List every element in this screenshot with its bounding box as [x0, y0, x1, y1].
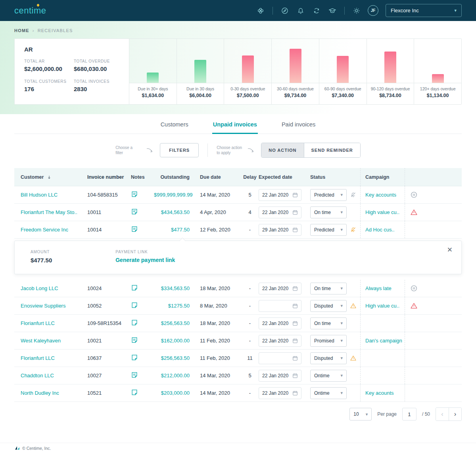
bell-muted-orange-icon[interactable] — [350, 227, 356, 233]
sync-icon[interactable] — [313, 7, 321, 15]
next-page-button[interactable]: › — [449, 408, 461, 421]
invoice-table-row[interactable]: West Kaleyhaven 10021 $162,000.00 11 Feb… — [14, 332, 462, 350]
status-dropdown[interactable]: On time ▾ — [310, 206, 347, 218]
expected-date-input[interactable]: 22 Jan 2020 — [259, 317, 301, 329]
customer-name-link[interactable]: Jacob Long LLC — [21, 285, 87, 291]
expected-date-input[interactable]: 22 Jan 2020 — [259, 335, 301, 347]
invoice-table-row[interactable]: Enosview Suppliers 10052 $1275.50 8 Mar,… — [14, 297, 462, 315]
status-dropdown[interactable]: On time ▾ — [310, 317, 347, 329]
expected-date-input[interactable]: 22 Jan 2020 — [259, 387, 301, 399]
customer-name-link[interactable]: West Kaleyhaven — [21, 338, 87, 344]
customer-name-link[interactable]: Florianfurt The May Sto.. — [21, 209, 87, 215]
status-dropdown[interactable]: Disputed ▾ — [310, 352, 347, 364]
calendar-icon[interactable] — [292, 390, 298, 396]
campaign-cell[interactable] — [360, 367, 405, 384]
customer-name-link[interactable]: Freedom Service Inc — [21, 227, 87, 233]
aging-bucket[interactable]: 30-60 days overdue $9,734.00 — [271, 39, 319, 104]
campaign-cell[interactable]: Key accounts — [360, 186, 405, 203]
invoice-table-row[interactable]: Jacob Long LLC 10024 $334,563.50 18 Mar,… — [14, 280, 462, 297]
campaign-cell[interactable]: Key acounts — [360, 384, 405, 401]
invoice-table-row[interactable]: Chaddton LLC 10027 $212,000.00 14 Mar, 2… — [14, 367, 462, 384]
status-dropdown[interactable]: On time ▾ — [310, 283, 347, 294]
compass-icon[interactable] — [281, 7, 289, 15]
customer-name-link[interactable]: Bill Hudson LLC — [21, 192, 87, 198]
calendar-icon[interactable] — [292, 192, 298, 198]
note-icon[interactable] — [131, 354, 138, 361]
customer-name-link[interactable]: Florianfurt LLC — [21, 355, 87, 361]
centime-logo[interactable]: centime — [14, 6, 46, 16]
action-no-action[interactable]: NO ACTION — [261, 143, 303, 157]
calendar-icon[interactable] — [292, 356, 298, 361]
note-icon[interactable] — [131, 208, 138, 215]
action-send-reminder[interactable]: SEND REMINDER — [304, 143, 360, 157]
aging-bucket[interactable]: 60-90 days overdue $7,340.00 — [319, 39, 367, 104]
invoice-table-row[interactable]: Florianfurt The May Sto.. 10011 $434,563… — [14, 204, 462, 221]
note-icon[interactable] — [131, 302, 138, 309]
customer-name-link[interactable]: Enosview Suppliers — [21, 303, 87, 309]
warning-red-icon[interactable] — [411, 209, 417, 216]
note-icon[interactable] — [131, 284, 138, 291]
gear-icon[interactable] — [353, 7, 361, 15]
pause-circle-icon[interactable] — [411, 285, 417, 292]
aging-bucket[interactable]: 120+ days overdue $1,134.00 — [414, 39, 461, 104]
customer-name-link[interactable]: North Dudley Inc — [21, 390, 87, 396]
aging-bucket[interactable]: Due in 30+ days $1,634.00 — [129, 39, 177, 104]
tab-unpaid-invoices[interactable]: Unpaid invoices — [212, 117, 258, 134]
note-icon[interactable] — [131, 319, 138, 326]
campaign-cell[interactable]: Dan's campaign — [360, 332, 405, 349]
note-icon[interactable] — [131, 191, 138, 198]
aging-bucket[interactable]: 90-120 days overdue $8,734.00 — [367, 39, 414, 104]
graduation-cap-icon[interactable] — [328, 7, 336, 15]
campaign-cell[interactable] — [360, 315, 405, 332]
note-icon[interactable] — [131, 336, 138, 344]
per-page-select[interactable]: 10 ▾ — [349, 408, 372, 421]
breadcrumb-home[interactable]: HOME — [14, 28, 29, 33]
warning-red-icon[interactable] — [411, 302, 417, 309]
tab-customers[interactable]: Customers — [160, 117, 189, 134]
note-icon[interactable] — [131, 389, 138, 396]
status-dropdown[interactable]: Predicted ▾ — [310, 189, 347, 201]
bell-muted-gray-icon[interactable] — [350, 192, 356, 198]
campaign-cell[interactable]: Always late — [360, 280, 405, 297]
customer-name-link[interactable]: Chaddton LLC — [21, 373, 87, 378]
invoice-table-row[interactable]: Bill Hudson LLC 104-5858315 $999,999,999… — [14, 186, 462, 204]
campaign-cell[interactable] — [360, 350, 405, 367]
filters-button[interactable]: FILTERS — [160, 143, 199, 157]
column-header-customer[interactable]: Customer — [21, 174, 87, 180]
company-selector[interactable]: Flexcore Inc ▾ — [386, 4, 462, 17]
sort-icon[interactable] — [46, 174, 52, 180]
invoice-table-row[interactable]: North Dudley Inc 10521 $203,000.00 14 Ma… — [14, 384, 462, 402]
bell-icon[interactable] — [297, 7, 305, 15]
pause-circle-icon[interactable] — [411, 191, 417, 198]
status-dropdown[interactable]: Disputed ▾ — [310, 300, 347, 312]
invoice-table-row[interactable]: Freedom Service Inc 10014 $477.50 12 Feb… — [14, 221, 462, 239]
page-number-input[interactable]: 1 — [402, 408, 416, 421]
calendar-icon[interactable] — [292, 227, 298, 233]
calendar-icon[interactable] — [292, 373, 298, 378]
user-avatar[interactable]: JF — [368, 5, 378, 16]
invoice-table-row[interactable]: Florianfurt LLC 10637 $256,563.50 11 Feb… — [14, 350, 462, 367]
calendar-icon[interactable] — [292, 303, 298, 309]
warning-amber-icon[interactable] — [350, 355, 356, 361]
aging-bucket[interactable]: 0-30 days overdue $7,500.00 — [224, 39, 271, 104]
status-dropdown[interactable]: Predicted ▾ — [310, 224, 347, 236]
expected-date-input[interactable]: 29 Jan 2020 — [259, 224, 301, 236]
flower-apps-icon[interactable] — [257, 7, 265, 15]
note-icon[interactable] — [131, 226, 138, 233]
expected-date-input[interactable]: 22 Jan 2020 — [259, 189, 301, 201]
warning-amber-icon[interactable] — [350, 303, 356, 309]
tab-paid-invoices[interactable]: Paid invoices — [281, 117, 316, 134]
generate-payment-link[interactable]: Generate payment link — [115, 257, 175, 263]
calendar-icon[interactable] — [292, 210, 298, 215]
campaign-cell[interactable]: High value cu.. — [360, 204, 405, 221]
status-dropdown[interactable]: Ontime ▾ — [310, 387, 347, 399]
customer-name-link[interactable]: Florianfurt LLC — [21, 320, 87, 326]
calendar-icon[interactable] — [292, 286, 298, 291]
expected-date-input[interactable]: 22 Jan 2020 — [259, 370, 301, 382]
calendar-icon[interactable] — [292, 338, 298, 344]
expected-date-input[interactable] — [259, 300, 301, 312]
previous-page-button[interactable]: ‹ — [436, 408, 449, 421]
expected-date-input[interactable]: 22 Jan 2020 — [259, 206, 301, 218]
expected-date-input[interactable] — [259, 352, 301, 364]
status-dropdown[interactable]: Ontime ▾ — [310, 370, 347, 382]
